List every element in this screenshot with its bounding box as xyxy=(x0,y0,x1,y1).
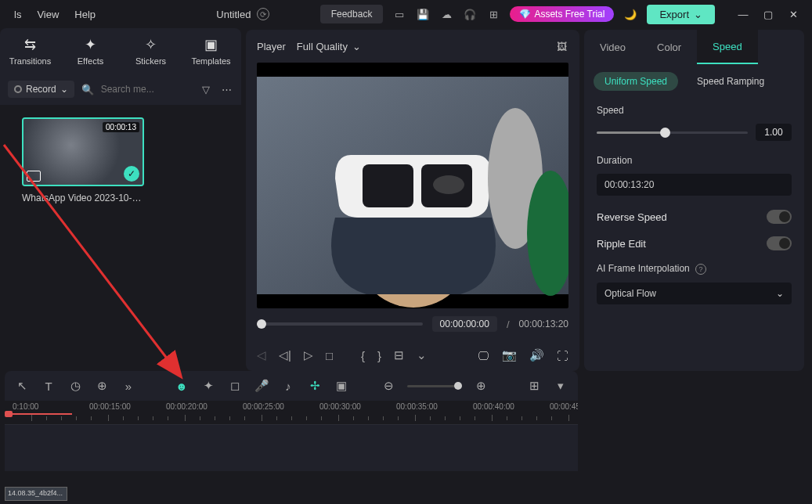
player-label: Player xyxy=(257,41,286,52)
zoom-out-icon[interactable]: ⊖ xyxy=(381,379,396,393)
music-icon[interactable]: ♪ xyxy=(280,380,296,393)
tab-templates[interactable]: ▣ Templates xyxy=(181,36,241,66)
assets-trial-button[interactable]: 💎 Assets Free Trial xyxy=(510,6,614,22)
preview-area[interactable] xyxy=(257,63,568,308)
chevron-down-icon[interactable]: ⌄ xyxy=(417,348,427,362)
more-tools-icon[interactable]: » xyxy=(121,380,136,393)
qr-icon[interactable]: ⊞ xyxy=(486,7,500,21)
search-icon[interactable]: 🔍 xyxy=(81,82,95,96)
export-label: Export xyxy=(659,9,689,20)
zoom-slider-handle[interactable] xyxy=(454,382,462,390)
play-icon[interactable]: ▷ xyxy=(304,348,313,362)
filter-icon[interactable]: ▽ xyxy=(199,82,213,96)
duration-input[interactable]: 00:00:13:20 xyxy=(597,174,792,196)
playhead-line xyxy=(5,413,72,415)
menu-help[interactable]: Help xyxy=(67,5,103,23)
prev-frame-icon[interactable]: ◁ xyxy=(257,348,266,362)
record-button[interactable]: Record ⌄ xyxy=(8,81,74,98)
record-label: Record xyxy=(26,84,56,95)
duration-label: Duration xyxy=(597,155,792,166)
cloud-icon[interactable]: ☁ xyxy=(439,7,453,21)
feedback-button[interactable]: Feedback xyxy=(320,5,384,23)
play-backward-icon[interactable]: ◁| xyxy=(279,348,291,362)
assets-trial-label: Assets Free Trial xyxy=(534,9,604,20)
reverse-speed-toggle[interactable] xyxy=(767,210,792,224)
maximize-button[interactable]: ▢ xyxy=(756,3,781,25)
speed-slider[interactable] xyxy=(597,131,748,134)
speed-value[interactable]: 1.00 xyxy=(756,124,792,141)
timeline: ↖ T ◷ ⊕ » ☻ ✦ ◻ 🎤 ♪ ✢ ▣ ⊖ ⊕ ⊞ ▾ 0:10:000… xyxy=(0,371,812,504)
save-icon[interactable]: 💾 xyxy=(416,7,430,21)
timeline-track[interactable] xyxy=(5,424,578,471)
help-icon[interactable]: ? xyxy=(695,264,706,275)
volume-icon[interactable]: 🔊 xyxy=(529,348,544,362)
safe-zone-icon[interactable]: ⊟ xyxy=(394,348,404,362)
tab-templates-label: Templates xyxy=(191,56,230,66)
timer-icon[interactable]: ◷ xyxy=(67,379,83,393)
subtab-speed-ramping[interactable]: Speed Ramping xyxy=(686,72,775,91)
snapshot-icon[interactable]: 🖼 xyxy=(554,39,568,53)
quality-select[interactable]: Full Quality ⌄ xyxy=(297,41,361,52)
theme-icon[interactable]: 🌙 xyxy=(623,7,637,21)
ai-face-icon[interactable]: ☻ xyxy=(174,380,189,393)
sparkle-icon[interactable]: ✦ xyxy=(200,379,216,393)
diamond-icon: 💎 xyxy=(519,9,531,20)
speed-slider-handle[interactable] xyxy=(660,128,670,138)
display-icon[interactable]: 🖵 xyxy=(478,348,489,362)
current-time: 00:00:00:00 xyxy=(432,316,497,332)
crop-icon[interactable]: ▣ xyxy=(334,379,349,393)
minimize-button[interactable]: — xyxy=(731,3,756,25)
clip-name-label: WhatsApp Video 2023-10-05... xyxy=(22,193,144,203)
tab-stickers[interactable]: ✧ Stickers xyxy=(121,36,181,66)
more-icon[interactable]: ⋯ xyxy=(219,82,233,96)
time-separator: / xyxy=(507,319,510,330)
headphones-icon[interactable]: 🎧 xyxy=(463,7,477,21)
tab-stickers-label: Stickers xyxy=(135,56,166,66)
chevron-down-icon: ⌄ xyxy=(694,9,702,20)
tab-transitions[interactable]: ⇆ Transitions xyxy=(0,36,60,66)
ruler-mark: 0:10:00 xyxy=(13,402,38,411)
globe-icon[interactable]: ⊕ xyxy=(94,379,110,393)
scrub-track[interactable] xyxy=(257,322,423,326)
ripple-edit-label: Ripple Edit xyxy=(597,238,646,250)
ruler-mark: 00:00:20:00 xyxy=(166,402,208,411)
scrub-handle[interactable] xyxy=(257,319,266,329)
export-button[interactable]: Export ⌄ xyxy=(647,5,715,24)
timeline-ruler[interactable]: 0:10:0000:00:15:0000:00:20:0000:00:25:00… xyxy=(5,401,578,424)
camera-icon[interactable]: 📷 xyxy=(502,348,517,362)
subtab-uniform-speed[interactable]: Uniform Speed xyxy=(594,72,678,91)
layout-icon[interactable]: ▭ xyxy=(392,7,406,21)
menu-view[interactable]: View xyxy=(29,5,67,23)
ruler-mark: 00:00:25:00 xyxy=(243,402,284,411)
marker-icon[interactable]: ✢ xyxy=(307,379,323,393)
zoom-slider[interactable] xyxy=(407,385,462,387)
tab-effects[interactable]: ✦ Effects xyxy=(60,36,121,66)
mark-out-icon[interactable]: } xyxy=(377,349,381,362)
ruler-mark: 00:00:30:00 xyxy=(319,402,361,411)
menu-tools[interactable]: ls xyxy=(6,5,29,23)
search-input[interactable] xyxy=(101,84,179,95)
chevron-down-icon[interactable]: ▾ xyxy=(553,379,568,393)
playhead-handle[interactable] xyxy=(5,411,13,417)
timeline-clip[interactable]: 14.08.35_4b2f4... xyxy=(5,487,67,501)
pointer-icon[interactable]: ↖ xyxy=(14,379,30,393)
tab-speed[interactable]: Speed xyxy=(697,30,758,64)
tab-video[interactable]: Video xyxy=(584,30,641,64)
bookmark-icon[interactable]: ◻ xyxy=(227,379,243,393)
text-icon[interactable]: T xyxy=(41,380,56,393)
media-clip-thumbnail[interactable]: 00:00:13 ✓ xyxy=(22,117,144,186)
ai-interp-label: AI Frame Interpolation ? xyxy=(597,263,792,275)
ripple-edit-toggle[interactable] xyxy=(767,236,792,250)
chevron-down-icon: ⌄ xyxy=(352,41,361,52)
grid-icon[interactable]: ⊞ xyxy=(526,379,542,393)
stop-icon[interactable]: □ xyxy=(326,349,333,362)
mic-icon[interactable]: 🎤 xyxy=(254,379,269,393)
sync-icon[interactable]: ⟳ xyxy=(257,8,269,20)
tab-color[interactable]: Color xyxy=(641,30,697,64)
zoom-in-icon[interactable]: ⊕ xyxy=(473,379,489,393)
close-button[interactable]: ✕ xyxy=(781,3,806,25)
ai-interp-select[interactable]: Optical Flow ⌄ xyxy=(597,283,792,304)
fullscreen-icon[interactable]: ⛶ xyxy=(557,348,568,362)
mark-in-icon[interactable]: { xyxy=(361,349,365,362)
transitions-icon: ⇆ xyxy=(24,36,36,53)
